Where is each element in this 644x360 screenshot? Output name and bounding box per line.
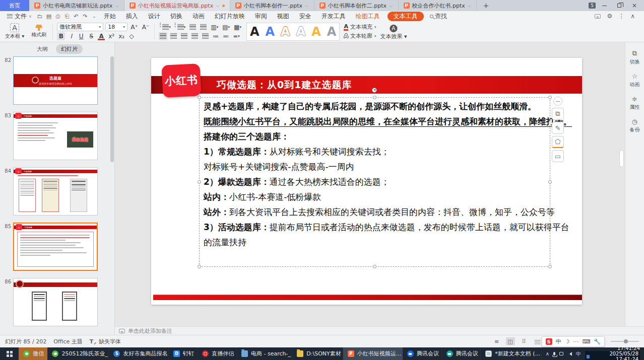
zoom-slider[interactable] [611, 341, 639, 342]
menu-view[interactable]: 视图 [273, 12, 294, 21]
new-tab-button[interactable]: + [477, 0, 495, 11]
outline-tab[interactable]: 大纲 [32, 44, 53, 54]
undo-icon[interactable]: ↶ [72, 13, 80, 20]
xiaohongshu-logo[interactable]: 小红书 [161, 63, 201, 98]
decrease-font-button[interactable]: A⁻ [141, 23, 151, 31]
ime-toolbox-icon[interactable]: 🔧 [594, 338, 601, 345]
collapse-toolbar-button[interactable]: − [553, 97, 562, 106]
output-icon[interactable]: ⎙ [54, 13, 62, 20]
open-icon[interactable]: 🗀 [36, 13, 44, 20]
doc-tab-5[interactable]: P 校企合作小红书.pptx ⌵ [399, 0, 477, 11]
theme-name[interactable]: Office 主题 [53, 338, 83, 345]
distribute-button[interactable] [201, 32, 210, 40]
columns-button[interactable]: ▥▾ [210, 23, 219, 31]
close-button[interactable]: × [628, 1, 641, 11]
resize-handle[interactable] [198, 96, 201, 99]
justify-button[interactable] [190, 32, 199, 40]
menu-draw-tools[interactable]: 绘图工具 [351, 12, 384, 21]
slide-title-banner[interactable]: 巧做选题：从0到1建立选题库 [151, 76, 582, 94]
shape-fill-button[interactable]: ⬠ [552, 136, 564, 148]
notification-badge[interactable]: 5 [589, 3, 596, 9]
slide-thumb-85-selected[interactable]: 85 小巧做选题 [0, 223, 109, 271]
text-outline-button[interactable]: A 文本轮廓▾ [344, 32, 376, 40]
menu-slideshow[interactable]: 幻灯片放映 [210, 12, 249, 21]
pin-icon[interactable]: ⌵ [389, 3, 393, 9]
taskbar-market-signup[interactable]: S 友好市集商品报名 [109, 347, 169, 360]
slide-thumb-82[interactable]: 82 选题篇 获得更多精准流量的核心密码 [0, 56, 109, 105]
menu-text-tools-active[interactable]: 文本工具 [388, 12, 424, 21]
resize-handle[interactable] [373, 265, 376, 268]
taskbar-wps-active[interactable]: P 小红书短视频运... [343, 347, 403, 360]
rotate-handle[interactable] [372, 88, 377, 93]
doc-tab-4[interactable]: P 小红书脚本创作二.pptx ⌵ [314, 0, 399, 11]
menu-review[interactable]: 审阅 [250, 12, 272, 21]
menu-security[interactable]: 安全 [295, 12, 316, 21]
minimize-button[interactable] [598, 1, 611, 11]
volume-icon[interactable] [567, 352, 572, 356]
wordart-style-3[interactable]: A [281, 26, 290, 38]
network-icon[interactable] [559, 352, 563, 355]
redo-icon[interactable]: ↷ [81, 13, 89, 20]
tray-expand-icon[interactable]: ∧ [546, 351, 549, 356]
notes-input[interactable]: 单击此处添加备注 [115, 326, 644, 335]
ime-more-icon[interactable]: ⋯ [573, 338, 578, 345]
strikethrough-button[interactable]: S [87, 32, 95, 40]
superscript-button[interactable]: x² [107, 32, 115, 40]
pin-icon[interactable]: ⌵ [115, 3, 119, 9]
resize-handle[interactable] [373, 96, 376, 99]
taskbar-sony-folder[interactable]: D:\SONY素材 [292, 347, 343, 360]
textbox-button[interactable]: A 文本框 ▾ [3, 23, 26, 40]
canvas-scrollbar[interactable] [619, 150, 624, 167]
bold-button[interactable]: B [57, 32, 65, 40]
align-left-button[interactable] [159, 32, 167, 40]
taskbar-tencent-meeting-1[interactable]: 腾讯会议 [403, 347, 442, 360]
more-dots-icon[interactable]: ⋮ [618, 13, 624, 20]
sogou-ime-icon[interactable]: S [546, 338, 552, 345]
menu-design[interactable]: 设计 [144, 12, 165, 21]
slide-thumb-84[interactable]: 84 小巧做选题 [0, 167, 109, 215]
ime-keyboard-icon[interactable]: ⌨ [582, 338, 590, 345]
doc-tab-2-active[interactable]: P 小红书短视频运营电商版.pptx ⌵ [124, 0, 230, 11]
subscript-button[interactable]: x₂ [117, 32, 125, 40]
pin-icon[interactable]: ⌵ [216, 3, 220, 9]
align-center-button[interactable] [169, 32, 178, 40]
restore-button[interactable] [613, 1, 626, 11]
format-painter-button[interactable]: 格式刷 [29, 25, 48, 38]
bullet-list-button[interactable]: ▾ [159, 23, 172, 31]
message-icon[interactable] [595, 14, 601, 19]
tray-clock[interactable]: 17:41:24 2025/05/28 17:41:24 [585, 345, 640, 360]
wordart-style-1[interactable]: A [250, 26, 260, 38]
frame-button[interactable]: ▭ [552, 150, 564, 162]
font-name-combo[interactable]: 微软雅黑▾ [57, 23, 103, 31]
align-right-button[interactable] [180, 32, 188, 40]
reading-view-button[interactable]: ▯▯ [533, 337, 542, 345]
paragraph-more-button[interactable]: ≖▾ [232, 32, 241, 40]
file-menu[interactable]: 文件 ∨ [4, 12, 35, 21]
font-color-button[interactable]: A [97, 32, 105, 40]
normal-view-button[interactable]: ◫ [506, 337, 515, 345]
slide-thumb-86[interactable]: 86 [0, 278, 109, 326]
underline-button[interactable]: U [77, 32, 85, 40]
clear-format-button[interactable]: ◇ [127, 32, 136, 40]
resize-handle[interactable] [548, 180, 552, 184]
wordart-style-6[interactable]: A [327, 26, 337, 38]
increase-indent-button[interactable] [199, 23, 208, 31]
thumbnail-scrollbar[interactable] [110, 56, 114, 162]
menu-insert[interactable]: 插入 [121, 12, 143, 21]
quickbar-more-icon[interactable]: ⌄ [90, 14, 98, 19]
menu-devtools[interactable]: 开发工具 [317, 12, 350, 21]
increase-font-button[interactable]: A⁺ [130, 23, 139, 31]
notes-toggle-icon[interactable]: ≡ [492, 337, 501, 345]
text-direction-button[interactable]: ▤▾ [221, 23, 231, 31]
resize-handle[interactable] [548, 96, 552, 99]
slides-tab[interactable]: 幻灯片 [56, 44, 83, 54]
resize-handle[interactable] [198, 265, 201, 268]
start-button[interactable] [0, 347, 19, 360]
taskbar-dingtalk[interactable]: D 钉钉 [169, 347, 198, 360]
resize-handle[interactable] [548, 265, 552, 268]
doc-tab-1[interactable]: P 小红书电商店铺新玩法.pptx ⌵ [29, 0, 124, 11]
pen-edit-button[interactable]: ✎ [552, 122, 564, 134]
menu-transition[interactable]: 切换 [166, 12, 187, 21]
italic-button[interactable]: I [67, 32, 75, 40]
doc-tab-3[interactable]: P 小红书脚本创作一.pptx ⌵ [230, 0, 314, 11]
